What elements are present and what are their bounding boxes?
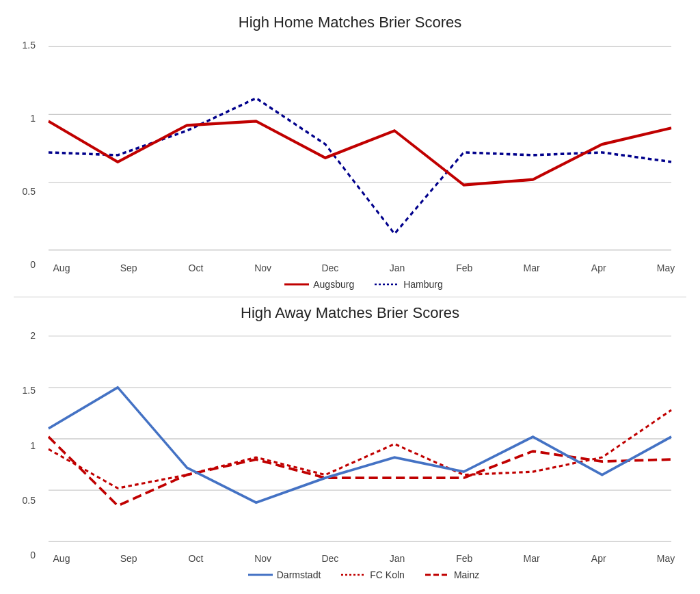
chart2-container: High Away Matches Brier Scores 2 1.5 1 0… <box>14 297 686 587</box>
x-label: Jan <box>377 262 418 273</box>
y-label: 1.5 <box>23 40 36 50</box>
x-label: Dec <box>310 262 351 273</box>
y-label: 1 <box>30 113 36 123</box>
x-label: Jan <box>377 553 418 564</box>
page: High Home Matches Brier Scores 1.5 1 0.5… <box>0 0 700 594</box>
legend-fckoln: FC Koln <box>341 569 405 580</box>
x-label: Sep <box>108 553 149 564</box>
x-label: May <box>645 553 686 564</box>
chart2-x-labels: Aug Sep Oct Nov Dec Jan Feb Mar Apr May <box>41 550 686 564</box>
chart1-legend: Augsburg Hamburg <box>41 279 686 290</box>
y-label: 1.5 <box>23 386 36 395</box>
x-label: Apr <box>578 553 619 564</box>
x-label: Mar <box>511 553 552 564</box>
x-label: Dec <box>310 553 351 564</box>
chart1-x-labels: Aug Sep Oct Nov Dec Jan Feb Mar Apr May <box>41 260 686 273</box>
legend-darmstadt: Darmstadt <box>248 569 321 580</box>
y-label: 2 <box>30 331 36 340</box>
legend-augsburg: Augsburg <box>284 279 354 290</box>
augsburg-line-icon <box>284 281 309 288</box>
chart2-area: 2 1.5 1 0.5 0 Aug Sep Oct Nov Dec Jan Fe… <box>14 327 686 580</box>
x-label: Oct <box>175 262 216 273</box>
legend-augsburg-label: Augsburg <box>313 279 354 290</box>
chart2-legend: Darmstadt FC Koln Mainz <box>41 569 686 580</box>
chart1-y-axis: 1.5 1 0.5 0 <box>14 37 41 290</box>
y-label: 0.5 <box>23 496 36 505</box>
x-label: Aug <box>41 262 82 273</box>
legend-hamburg: Hamburg <box>375 279 443 290</box>
x-label: Apr <box>578 262 619 273</box>
y-label: 0.5 <box>23 187 36 196</box>
x-label: Mar <box>511 262 552 273</box>
y-label: 0 <box>30 260 36 269</box>
legend-mainz: Mainz <box>425 569 479 580</box>
chart2-svg <box>41 327 686 550</box>
chart1-container: High Home Matches Brier Scores 1.5 1 0.5… <box>14 7 686 297</box>
legend-mainz-label: Mainz <box>454 569 479 580</box>
x-label: Sep <box>108 262 149 273</box>
chart2-y-axis: 2 1.5 1 0.5 0 <box>14 327 41 580</box>
legend-fckoln-label: FC Koln <box>370 569 405 580</box>
hamburg-line-icon <box>375 281 399 288</box>
x-label: Nov <box>243 553 284 564</box>
x-label: Feb <box>444 553 485 564</box>
mainz-line-icon <box>425 571 450 578</box>
x-label: Feb <box>444 262 485 273</box>
fckoln-line-icon <box>341 571 366 578</box>
chart1-svg <box>41 37 686 260</box>
y-label: 0 <box>30 550 36 560</box>
chart1-plot: Aug Sep Oct Nov Dec Jan Feb Mar Apr May … <box>41 37 686 290</box>
chart2-title: High Away Matches Brier Scores <box>241 304 459 322</box>
x-label: May <box>645 262 686 273</box>
x-label: Aug <box>41 553 82 564</box>
darmstadt-line-icon <box>248 571 273 578</box>
chart1-area: 1.5 1 0.5 0 Aug Sep Oct Nov Dec Jan Feb … <box>14 37 686 290</box>
legend-darmstadt-label: Darmstadt <box>277 569 321 580</box>
legend-hamburg-label: Hamburg <box>403 279 443 290</box>
chart1-title: High Home Matches Brier Scores <box>239 14 461 31</box>
chart2-plot: Aug Sep Oct Nov Dec Jan Feb Mar Apr May … <box>41 327 686 580</box>
y-label: 1 <box>30 441 36 450</box>
x-label: Nov <box>243 262 284 273</box>
x-label: Oct <box>175 553 216 564</box>
